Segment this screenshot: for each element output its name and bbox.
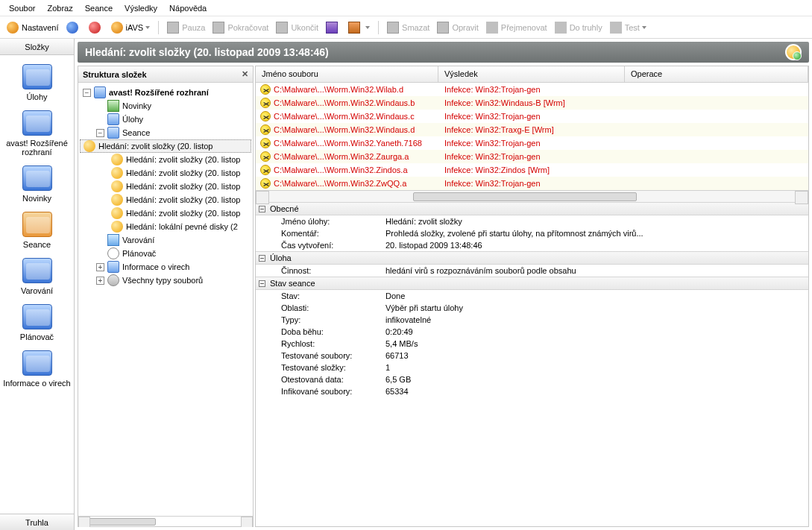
col-operation[interactable]: Operace <box>625 66 808 82</box>
expand-icon[interactable]: + <box>96 277 104 285</box>
cell-result: Infekce: Win32:Trojan-gen <box>444 139 631 148</box>
cell-result: Infekce: Win32:Zindos [Wrm] <box>444 165 631 174</box>
virus-icon <box>260 178 271 189</box>
cell-result: Infekce: Win32:Trojan-gen <box>444 112 631 121</box>
tree-body[interactable]: −avast! Rozšířené rozhraní Novinky Úlohy… <box>78 83 253 516</box>
collapse-icon[interactable]: − <box>96 129 104 137</box>
gear-icon <box>7 22 19 34</box>
warnings-icon <box>22 258 52 283</box>
collapse-icon[interactable]: − <box>83 89 91 97</box>
collapse-icon[interactable] <box>259 280 265 287</box>
tree-item-selected[interactable]: Hledání: zvolit složky (20. listop <box>80 139 251 153</box>
menu-view[interactable]: Zobraz <box>41 1 78 15</box>
collapse-icon[interactable] <box>259 206 265 212</box>
cell-file: C:\Malware\...\Worm.Win32.Zindos.a <box>274 165 408 174</box>
sidebar: Složky Úlohy avast! Rozšířené rozhraní N… <box>0 39 75 530</box>
settings-button[interactable]: Nastavení <box>3 20 63 35</box>
menu-sessions[interactable]: Seance <box>79 1 119 15</box>
table-row[interactable]: C:\Malware\...\Worm.Win32.Yaneth.7168Inf… <box>256 136 808 150</box>
sidebar-item-warnings[interactable]: Varování <box>0 258 74 295</box>
menubar: Soubor Zobraz Seance Výsledky Nápověda <box>0 0 812 16</box>
sidebar-header-chest[interactable]: Truhla <box>0 514 74 530</box>
stop-icon <box>89 22 101 34</box>
tree-hscrollbar[interactable] <box>78 516 253 526</box>
chest-button-small[interactable] <box>344 20 374 35</box>
cell-file: C:\Malware\...\Worm.Win32.Windaus.d <box>274 125 415 134</box>
end-button[interactable]: Ukončit <box>272 20 322 35</box>
news-icon <box>22 165 52 191</box>
sidebar-item-extended[interactable]: avast! Rozšířené rozhraní <box>0 110 74 157</box>
tasks-icon <box>22 64 52 89</box>
folder-icon <box>107 261 119 273</box>
treasure-icon <box>555 22 567 34</box>
test-button[interactable]: Test <box>606 20 650 35</box>
repair-button[interactable]: Opravit <box>433 20 482 35</box>
col-result[interactable]: Výsledek <box>438 66 625 82</box>
cell-result: Infekce: Win32:Trojan-gen <box>444 152 631 161</box>
scan-icon <box>111 221 123 233</box>
scan-icon <box>111 194 123 206</box>
virus-icon <box>260 98 271 108</box>
cell-file: C:\Malware\...\Worm.Win32.Yaneth.7168 <box>274 139 422 148</box>
sidebar-item-scheduler[interactable]: Plánovač <box>0 304 74 341</box>
results-columns[interactable]: Jméno souboru Výsledek Operace <box>256 66 808 83</box>
results-hscrollbar[interactable] <box>256 190 808 202</box>
iavs-button[interactable]: iAVS <box>107 20 154 35</box>
virus-icon <box>260 165 271 175</box>
continue-button[interactable]: Pokračovat <box>209 20 272 35</box>
stop-button[interactable] <box>85 20 107 35</box>
table-row[interactable]: C:\Malware\...\Worm.Win32.Wilab.dInfekce… <box>256 83 808 96</box>
delete-icon <box>387 22 399 34</box>
table-row[interactable]: C:\Malware\...\Worm.Win32.Windaus.bInfek… <box>256 96 808 110</box>
collapse-icon[interactable] <box>259 255 265 262</box>
clock-icon <box>107 247 119 259</box>
pause-button[interactable]: Pauza <box>163 20 209 35</box>
cell-file: C:\Malware\...\Worm.Win32.ZwQQ.a <box>274 179 406 188</box>
virus-icon <box>260 124 271 135</box>
sidebar-item-tasks[interactable]: Úlohy <box>0 64 74 101</box>
scan-icon <box>111 207 123 219</box>
folder-icon <box>107 127 119 139</box>
table-row[interactable]: C:\Malware\...\Worm.Win32.ZwQQ.aInfekce:… <box>256 177 808 190</box>
sidebar-item-news[interactable]: Novinky <box>0 165 74 203</box>
delete-button[interactable]: Smazat <box>383 20 433 35</box>
section-task[interactable]: Úloha <box>256 251 808 265</box>
sessions-icon <box>22 212 52 237</box>
table-row[interactable]: C:\Malware\...\Worm.Win32.Windaus.cInfek… <box>256 110 808 123</box>
page-title-bar: Hledání: zvolit složky (20. listopad 200… <box>78 42 809 63</box>
menu-results[interactable]: Výsledky <box>119 1 163 15</box>
menu-help[interactable]: Nápověda <box>163 1 213 15</box>
test-icon <box>610 22 622 34</box>
close-icon[interactable]: ✕ <box>242 69 248 79</box>
folder-icon <box>94 86 106 98</box>
menu-file[interactable]: Soubor <box>3 1 41 15</box>
section-general[interactable]: Obecné <box>256 202 808 215</box>
extended-icon <box>22 110 52 136</box>
expand-icon[interactable]: + <box>96 263 104 271</box>
tochest-button[interactable]: Do truhly <box>551 20 606 35</box>
results-rows[interactable]: C:\Malware\...\Worm.Win32.Wilab.dInfekce… <box>256 83 808 190</box>
tree-header: Struktura složek <box>83 70 147 79</box>
cell-result: Infekce: Win32:Traxg-E [Wrm] <box>444 125 631 134</box>
cell-file: C:\Malware\...\Worm.Win32.Zaurga.a <box>274 152 409 161</box>
globe-button[interactable] <box>63 20 85 35</box>
virus-icon <box>260 138 271 148</box>
cell-result: Infekce: Win32:Trojan-gen <box>444 85 631 94</box>
results-panel: Jméno souboru Výsledek Operace C:\Malwar… <box>255 66 809 527</box>
end-icon <box>276 22 288 34</box>
scan-icon <box>111 180 123 192</box>
play-icon <box>213 22 224 34</box>
tree-panel: Struktura složek ✕ −avast! Rozšířené roz… <box>78 66 254 527</box>
sidebar-header-folders[interactable]: Složky <box>0 39 74 55</box>
sidebar-item-sessions[interactable]: Seance <box>0 212 74 249</box>
col-filename[interactable]: Jméno souboru <box>256 66 438 82</box>
shield-button[interactable] <box>322 20 344 35</box>
chevron-down-icon <box>642 26 646 29</box>
table-row[interactable]: C:\Malware\...\Worm.Win32.Zaurga.aInfekc… <box>256 150 808 163</box>
sidebar-item-virusinfo[interactable]: Informace o virech <box>0 350 74 388</box>
scan-icon <box>111 167 123 179</box>
table-row[interactable]: C:\Malware\...\Worm.Win32.Windaus.dInfek… <box>256 123 808 136</box>
rename-button[interactable]: Přejmenovat <box>482 20 551 35</box>
section-session[interactable]: Stav seance <box>256 277 808 290</box>
table-row[interactable]: C:\Malware\...\Worm.Win32.Zindos.aInfekc… <box>256 163 808 177</box>
